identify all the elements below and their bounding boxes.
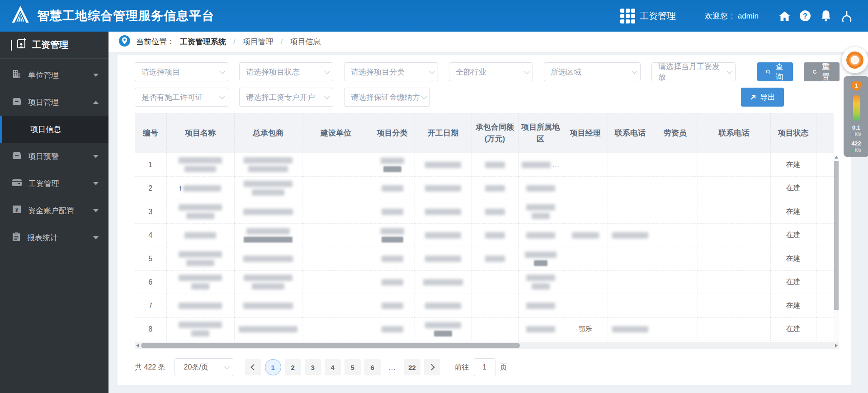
module-switcher[interactable]: 工资管理 [620,9,676,23]
redacted-text [239,326,297,332]
scroll-right-icon[interactable] [835,344,838,347]
col-header-contractor: 总承包商 [234,113,302,153]
goto-label: 前往 [455,363,469,372]
home-icon[interactable] [774,10,795,22]
page-button-22[interactable]: 22 [404,359,420,375]
chevron-down-icon [219,68,225,74]
cell-no: 6 [135,271,166,294]
sidebar-item-fund-account[interactable]: ¥ 资金账户配置 [0,197,108,224]
select-project-category[interactable]: 请选择项目分类 [344,62,438,81]
cell-no: 7 [135,294,166,318]
redacted-text [526,326,555,332]
breadcrumb: 当前位置： 工资管理系统 / 项目管理 / 项目信息 [108,32,868,52]
sidebar-item-salary-mgmt[interactable]: 工资管理 [0,170,108,197]
prev-page-button[interactable] [245,359,261,375]
table-header: 编号 项目名称 总承包商 建设单位 项目分类 开工日期 承包合同额(万元) 项目… [135,113,834,153]
sidebar-item-report-stats[interactable]: 报表统计 [0,224,108,251]
sidebar-subitem-label: 项目信息 [30,124,61,135]
page-size-select[interactable]: 20条/页 [175,358,233,376]
sidebar-item-project-info-active[interactable]: 项目信息 [0,116,108,143]
redacted-text [425,322,461,328]
download-overlay-widget[interactable]: 1 0.1 ↑ K/s 422 ↓ K/s [839,47,868,157]
goto-page-input[interactable] [474,358,495,376]
cell-start-date [415,271,472,294]
page-button-5[interactable]: 5 [344,359,361,375]
sidebar-item-unit-mgmt[interactable]: 单位管理 [0,61,108,89]
cell-category [370,294,415,318]
table-row[interactable]: 3在建 [135,200,834,224]
page-button-2[interactable]: 2 [285,359,301,375]
table-row[interactable]: 2f在建 [135,177,834,200]
select-deposit-payer[interactable]: 请选择保证金缴纳方 [344,88,430,107]
building-icon [12,69,22,81]
table-row[interactable]: 7在建 [135,294,834,318]
select-region[interactable]: 所选区域 [544,62,641,81]
col-header-status: 项目状态 [770,113,816,153]
cell-name [166,271,234,294]
cell-phone2 [698,153,770,177]
cell-no: 3 [135,200,166,224]
vertical-scrollbar[interactable] [834,154,839,348]
table-row[interactable]: 8鄂乐在建 [135,318,834,341]
breadcrumb-prefix: 当前位置： [136,37,175,47]
bell-icon[interactable] [816,10,836,22]
cell-paid [816,271,834,294]
help-icon[interactable]: ? [795,10,816,22]
chevron-down-icon [632,68,637,74]
cell-no: 4 [135,224,166,247]
vertical-scroll-thumb[interactable] [834,161,839,310]
horizontal-scroll-thumb[interactable] [141,343,520,348]
browser-assistant-icon[interactable] [842,47,868,73]
page-button-1[interactable]: 1 [265,359,281,375]
redacted-text [244,237,292,243]
chevron-down-icon [224,364,230,370]
search-button[interactable]: 查询 [757,62,793,81]
page-button-4[interactable]: 4 [325,359,341,375]
page-button-6[interactable]: 6 [364,359,381,375]
select-project[interactable]: 请选择项目 [135,62,228,81]
sidebar-item-project-warning[interactable]: 项目预警 [0,143,108,170]
cell-paid [816,247,834,271]
redacted-text [179,157,222,164]
breadcrumb-project-mgmt[interactable]: 项目管理 [243,37,274,47]
speed-panel[interactable]: 1 0.1 ↑ K/s 422 ↓ K/s [844,76,868,157]
chevron-down-icon [524,68,530,74]
page-ellipsis[interactable]: ... [384,359,401,375]
table-row[interactable]: 6在建 [135,271,834,294]
export-button[interactable]: 导出 [741,88,784,107]
redacted-text [243,256,293,262]
table-row[interactable]: 4在建 [135,224,834,247]
next-page-button[interactable] [424,359,440,375]
top-header: 智慧工地综合管理服务信息平台 工资管理 欢迎您： admin ? [0,0,868,32]
horizontal-scrollbar[interactable] [135,342,839,349]
select-salary-account[interactable]: 请选择工资专户开户 [239,88,333,107]
page-button-3[interactable]: 3 [305,359,321,375]
select-project-status[interactable]: 请选择项目状态 [239,62,333,81]
select-monthly-salary-paid[interactable]: 请选择当月工资发放 [651,62,736,81]
report-icon [12,232,21,244]
breadcrumb-project-info[interactable]: 项目信息 [290,37,321,47]
cell-phone [608,177,653,200]
sidebar-item-project-mgmt[interactable]: 项目管理 [0,89,108,116]
cell-name [166,200,234,224]
table-row[interactable]: 5在建 [135,247,834,271]
chevron-down-icon [726,68,732,74]
download-speed: 422 [851,140,861,146]
reset-button[interactable]: 重置 [804,62,840,81]
cell-no: 2 [135,177,166,200]
yuan-account-icon: ¥ [12,205,22,217]
select-construction-permit[interactable]: 是否有施工许可证 [135,88,228,107]
scroll-left-icon[interactable] [136,344,139,347]
chevron-down-icon [93,74,99,77]
redacted-text [184,232,216,239]
logout-power-icon[interactable] [836,10,857,22]
table-row[interactable]: 1…在建 [135,153,834,177]
chevron-down-icon [93,155,99,158]
cell-paid [816,177,834,200]
cell-manager [563,294,608,318]
cell-status: 在建 [770,318,816,341]
scroll-up-icon[interactable] [835,156,838,159]
chevron-down-icon [93,236,99,239]
select-industry[interactable]: 全部行业 [449,62,533,81]
goto-suffix: 页 [500,363,507,372]
